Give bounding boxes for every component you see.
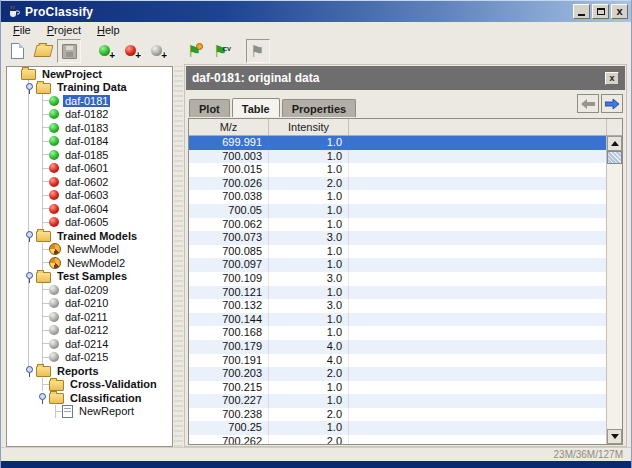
tree-item-daf-0210[interactable]: daf-0210 [7,297,172,311]
window-bottom-border [1,461,631,468]
cell-filler [349,435,606,444]
table-row[interactable]: 700.251.0 [189,421,606,435]
new-project-button[interactable] [5,39,29,63]
tree-item-training-data[interactable]: Training Data [7,81,172,95]
table-row[interactable]: 700.0151.0 [189,163,606,177]
ball-red-icon [49,177,59,187]
table-row[interactable]: 700.1093.0 [189,272,606,286]
scrollbar-thumb[interactable] [607,151,622,164]
column-header-intensity[interactable]: Intensity [269,119,349,135]
tree-connector [37,175,49,189]
tree-item-newreport[interactable]: NewReport [7,405,172,419]
title-bar[interactable]: ProClassify x [1,0,631,22]
tree-connector [37,162,49,176]
tree-item-daf-0185[interactable]: daf-0185 [7,148,172,162]
tree-item-daf-0601[interactable]: daf-0601 [7,162,172,176]
tree-item-cross-validation[interactable]: Cross-Validation [7,378,172,392]
tree-item-daf-0602[interactable]: daf-0602 [7,175,172,189]
table-row[interactable]: 700.0621.0 [189,218,606,232]
ball-gray-icon [49,325,59,335]
tree-item-newmodel[interactable]: NewModel [7,243,172,257]
data-table: M/zIntensity 699.9911.0700.0031.0700.015… [188,118,623,445]
tree-item-daf-0209[interactable]: daf-0209 [7,283,172,297]
tree-item-label: daf-0215 [63,351,110,363]
tree-expand-knob[interactable] [37,391,49,404]
table-row[interactable]: 700.0971.0 [189,258,606,272]
classify-button[interactable] [246,39,270,63]
cell-filler [349,204,606,218]
table-row[interactable]: 700.2151.0 [189,381,606,395]
split-pane-divider[interactable] [174,66,183,447]
tree-item-trained-models[interactable]: Trained Models [7,229,172,243]
close-button[interactable]: x [611,4,628,19]
column-header-m-z[interactable]: M/z [189,119,269,135]
table-row[interactable]: 699.9911.0 [189,136,606,150]
tree-expand-knob[interactable] [24,229,36,242]
train-model-button[interactable] [183,39,207,63]
menu-file[interactable]: File [5,23,39,37]
table-row[interactable]: 700.1681.0 [189,326,606,340]
tab-table[interactable]: Table [232,98,280,117]
add-red-sample-button[interactable] [120,39,144,63]
scrollbar-down-button[interactable] [607,429,622,444]
tree-item-daf-0211[interactable]: daf-0211 [7,310,172,324]
table-row[interactable]: 700.1323.0 [189,299,606,313]
table-row[interactable]: 700.0733.0 [189,231,606,245]
frame-close-button[interactable]: x [605,72,619,85]
tab-plot[interactable]: Plot [189,99,230,117]
save-project-button[interactable] [57,39,81,63]
tree-item-daf-0215[interactable]: daf-0215 [7,351,172,365]
cell-intensity: 1.0 [269,286,349,300]
table-row[interactable]: 700.0262.0 [189,177,606,191]
table-row[interactable]: 700.0031.0 [189,150,606,164]
cell-mz: 700.215 [189,381,269,395]
open-project-button[interactable] [31,39,55,63]
scrollbar-up-button[interactable] [607,136,622,151]
tree-item-daf-0604[interactable]: daf-0604 [7,202,172,216]
tree-expand-knob[interactable] [24,81,36,94]
tree-item-test-samples[interactable]: Test Samples [7,270,172,284]
add-gray-sample-button[interactable] [146,39,170,63]
tree-expand-knob[interactable] [24,270,36,283]
tree-item-reports[interactable]: Reports [7,364,172,378]
table-row[interactable]: 700.2622.0 [189,435,606,444]
table-row[interactable]: 700.1211.0 [189,286,606,300]
menu-mnemonic: P [47,24,54,36]
tree-item-daf-0182[interactable]: daf-0182 [7,108,172,122]
menu-help[interactable]: Help [89,23,128,37]
table-row[interactable]: 700.2271.0 [189,394,606,408]
maximize-button[interactable] [592,4,609,19]
scrollbar-track[interactable] [607,164,622,429]
cross-validate-button[interactable]: CV [209,39,233,63]
tree-item-daf-0212[interactable]: daf-0212 [7,324,172,338]
next-document-button[interactable] [601,94,623,113]
table-row[interactable]: 700.1794.0 [189,340,606,354]
tree-item-daf-0605[interactable]: daf-0605 [7,216,172,230]
menu-project[interactable]: Project [39,23,89,37]
table-row[interactable]: 700.1914.0 [189,354,606,368]
table-row[interactable]: 700.0381.0 [189,190,606,204]
tree-item-classification[interactable]: Classification [7,391,172,405]
table-row[interactable]: 700.1441.0 [189,313,606,327]
tree-item-daf-0181[interactable]: daf-0181 [7,94,172,108]
tree-item-label: Cross-Validation [68,378,159,390]
minimize-button[interactable] [573,4,590,19]
tree-item-daf-0184[interactable]: daf-0184 [7,135,172,149]
tree-item-daf-0603[interactable]: daf-0603 [7,189,172,203]
previous-document-button[interactable] [577,94,599,113]
ball-green-icon [49,150,59,160]
tree-item-newproject[interactable]: NewProject [7,67,172,81]
tree-item-daf-0214[interactable]: daf-0214 [7,337,172,351]
tree-item-newmodel2[interactable]: NewModel2 [7,256,172,270]
add-green-sample-button[interactable] [94,39,118,63]
table-row[interactable]: 700.051.0 [189,204,606,218]
tree-item-daf-0183[interactable]: daf-0183 [7,121,172,135]
table-row[interactable]: 700.2382.0 [189,408,606,422]
tab-properties[interactable]: Properties [282,99,356,117]
table-row[interactable]: 700.0851.0 [189,245,606,259]
tree-expand-knob[interactable] [24,364,36,377]
table-row[interactable]: 700.2032.0 [189,367,606,381]
frame-title-bar[interactable]: daf-0181: original data x [186,66,625,90]
cell-filler [349,340,606,354]
vertical-scrollbar[interactable] [606,136,622,444]
